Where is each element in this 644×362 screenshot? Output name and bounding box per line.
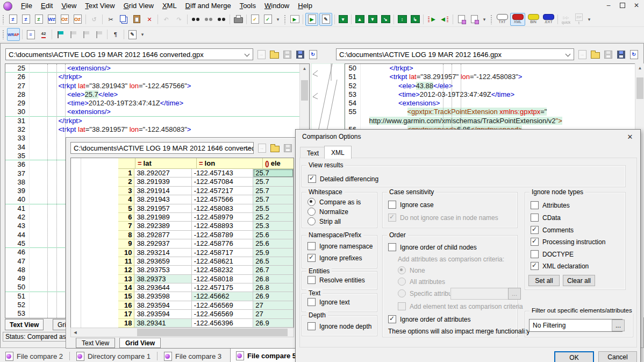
left-file-path-combo[interactable]: C:\documents\ACTIVE LOG 19 MAR 2012 1646… [5, 48, 253, 60]
lon-cell[interactable]: -122.45662 [192, 292, 254, 301]
menu-item-tools[interactable]: Tools [235, 0, 260, 12]
grid-window-tab-text-view[interactable]: Text View [76, 338, 115, 348]
checkbox-cdata[interactable]: CData [531, 214, 561, 222]
comparison-mode-dropdown-icon[interactable]: ▾ [337, 13, 349, 25]
grid-header-lat[interactable]: =lat [135, 158, 197, 169]
lat-cell[interactable]: 38.293659 [134, 257, 191, 266]
find-in-files-icon[interactable] [216, 13, 227, 25]
grid-header-ele[interactable]: ()ele [263, 158, 294, 169]
ele-cell[interactable]: 25.9 [253, 249, 294, 257]
lat-cell[interactable]: 38.292027 [134, 169, 191, 178]
clear-all-button[interactable]: Clear all [563, 275, 595, 286]
menu-item-file[interactable]: File [17, 0, 37, 12]
ele-cell[interactable]: 25.2 [253, 213, 294, 222]
app-icon[interactable] [3, 2, 12, 11]
next-bookmark-icon[interactable] [67, 29, 79, 40]
lat-cell[interactable]: 38.293594 [134, 310, 191, 318]
format-bin-icon[interactable]: BIN [526, 13, 540, 25]
lat-cell[interactable]: 38.293753 [134, 266, 191, 274]
lon-cell[interactable]: -122.457143 [192, 169, 254, 178]
radio-strip-all[interactable]: Strip all [307, 217, 341, 225]
lat-cell[interactable]: 38.291989 [134, 213, 191, 222]
lon-cell[interactable]: -122.458776 [192, 239, 254, 248]
start-comparison-icon[interactable]: ▶ [289, 13, 300, 25]
redo-icon[interactable]: ↷ [173, 13, 185, 25]
open-comparison-document-icon[interactable] [455, 13, 467, 25]
lon-cell[interactable]: -122.458717 [192, 249, 254, 257]
row-number-cell[interactable]: 15 [118, 292, 134, 301]
print-icon[interactable] [232, 13, 244, 25]
checkbox-do-not-ignore-case-node-names[interactable]: Do not ignore case in node names [388, 214, 498, 222]
lat-cell[interactable]: 38.291957 [134, 204, 191, 213]
grid-window-tab-grid-view[interactable]: Grid View [119, 338, 161, 348]
toolbar-handle-icon[interactable] [284, 15, 287, 24]
toolbar-handle-icon[interactable] [490, 15, 493, 24]
row-number-cell[interactable]: 1 [118, 169, 134, 178]
checkbox-detailed-differencing[interactable]: Detailed differencing [308, 175, 378, 183]
paste-icon[interactable] [131, 13, 142, 25]
checkbox-ignore-node-depth[interactable]: Ignore node depth [307, 322, 371, 330]
remove-bookmarks-icon[interactable] [93, 29, 105, 40]
left-pane-tab-text-view[interactable]: Text View [5, 319, 44, 330]
lat-cell[interactable]: 38.292937 [134, 239, 191, 248]
pretty-print-icon[interactable]: ≡ [25, 29, 37, 40]
lat-cell[interactable]: 38.293594 [134, 301, 191, 310]
show-whitespace-icon[interactable]: ¶ [110, 29, 121, 40]
checkbox-ignore-text[interactable]: Ignore text [307, 298, 350, 306]
row-number-cell[interactable]: 4 [118, 195, 134, 204]
tab-file-compare-2[interactable]: File compare 2 [0, 350, 68, 362]
scroll-up-icon[interactable]: ▲ [635, 63, 644, 72]
format-ext-icon[interactable]: .EXT [541, 13, 555, 25]
ele-cell[interactable]: 27 [253, 301, 294, 310]
scrollbar-thumb[interactable] [137, 329, 288, 336]
lon-cell[interactable]: -122.456396 [192, 319, 254, 328]
tab-file-compare-3[interactable]: File compare 3 [159, 350, 227, 362]
find-icon[interactable] [190, 13, 202, 25]
filter-combo[interactable]: No Filtering [529, 319, 622, 332]
row-number-cell[interactable]: 11 [118, 257, 134, 266]
checkbox-attributes[interactable]: Attributes [531, 201, 570, 209]
text-view-settings-icon[interactable]: ✎ [126, 29, 138, 40]
lat-cell[interactable]: 38.293214 [134, 249, 191, 257]
ele-cell[interactable]: 25.7 [253, 195, 294, 204]
scrollbar-thumb[interactable] [301, 80, 308, 101]
lon-cell[interactable]: -122.458893 [192, 222, 254, 230]
ele-cell[interactable]: 25.5 [253, 204, 294, 213]
copy-icon[interactable] [118, 13, 130, 25]
menu-item-help[interactable]: Help [294, 0, 317, 12]
ele-cell[interactable]: 26.9 [253, 319, 294, 328]
dialog-close-button[interactable]: ✕ [622, 131, 638, 142]
scroll-left-icon[interactable]: ◄ [71, 330, 80, 335]
next-difference-icon[interactable]: ▼ [367, 13, 378, 25]
checkbox-resolve-entities[interactable]: Resolve entities [307, 276, 365, 284]
checkbox-doctype[interactable]: DOCTYPE [531, 250, 574, 258]
save-file-icon[interactable] [602, 48, 614, 60]
dialog-tab-xml[interactable]: XML [324, 146, 352, 159]
lat-cell[interactable]: 38.291914 [134, 187, 191, 195]
ele-cell[interactable]: 26.8 [253, 275, 294, 283]
menu-item-edit[interactable]: Edit [37, 0, 57, 12]
row-number-cell[interactable]: 18 [118, 319, 134, 328]
radio-compare-as-is[interactable]: Compare as is [307, 198, 361, 206]
row-number-cell[interactable]: 6 [118, 213, 134, 222]
save-as-icon[interactable] [615, 48, 627, 60]
checkbox-ignore-order-of-attributes[interactable]: Ignore order of attributes [388, 315, 470, 323]
append-file-icon[interactable]: → [256, 142, 268, 154]
row-number-cell[interactable]: 8 [118, 231, 134, 239]
compare-directory-trees-icon[interactable]: ≠ [33, 13, 45, 25]
quick-compare-icon[interactable]: ▹▹quick [560, 13, 572, 25]
lon-cell[interactable]: -122.458621 [192, 257, 254, 266]
lon-cell[interactable]: -122.458232 [192, 266, 254, 274]
row-number-cell[interactable]: 13 [118, 275, 134, 283]
previous-difference-icon[interactable]: ▲ [354, 13, 366, 25]
save-file-icon[interactable] [281, 48, 293, 60]
toolbar-handle-icon[interactable] [2, 15, 5, 24]
save-file-icon[interactable] [282, 142, 294, 154]
ok-button[interactable]: OK [554, 351, 594, 362]
checkbox-ignore-order-child-nodes[interactable]: Ignore order of child nodes [388, 243, 477, 251]
lon-cell[interactable]: -122.457084 [192, 178, 254, 186]
lat-cell[interactable]: 38.29373 [134, 275, 191, 283]
radio-normalize[interactable]: Normalize [307, 208, 348, 216]
ele-cell[interactable]: 25.7 [253, 187, 294, 195]
grid-header-lon[interactable]: =lon [197, 158, 263, 169]
